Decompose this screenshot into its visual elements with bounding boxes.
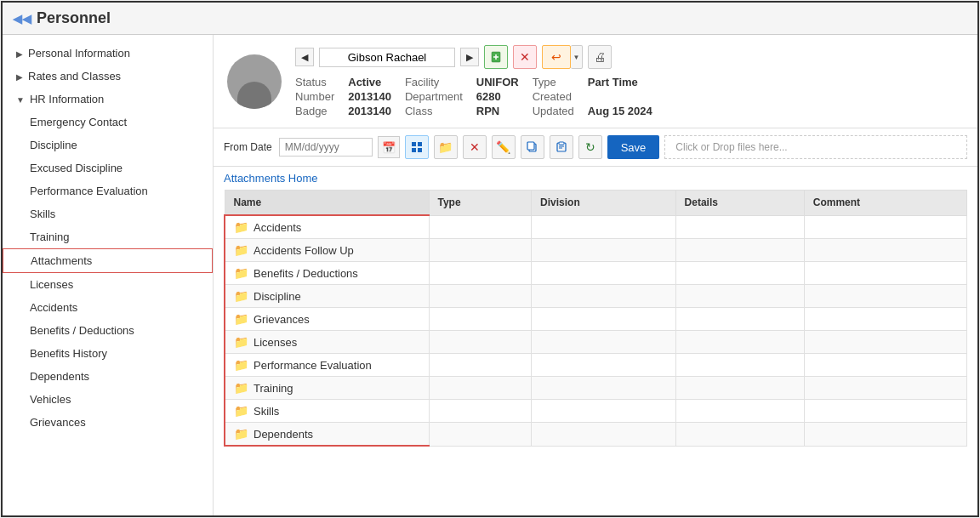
chevron-right-icon bbox=[16, 47, 23, 60]
table-area: Name Type Division Details Comment 📁Acci… bbox=[214, 190, 977, 515]
table-row[interactable]: 📁Accidents bbox=[225, 215, 967, 239]
sidebar-item-emergency-contact[interactable]: Emergency Contact bbox=[3, 111, 213, 134]
folder-button[interactable]: 📁 bbox=[434, 135, 458, 159]
sidebar-item-excused-discipline[interactable]: Excused Discipline bbox=[3, 157, 213, 179]
toolbar: From Date 📅 📁 ✕ ✏️ bbox=[214, 128, 977, 167]
folder-name-cell: 📁Skills bbox=[225, 400, 429, 423]
type-cell bbox=[429, 377, 532, 400]
folder-icon: 📁 bbox=[234, 335, 248, 349]
sidebar-item-grievances[interactable]: Grievances bbox=[3, 411, 213, 434]
type-cell bbox=[429, 285, 532, 308]
folder-icon: 📁 bbox=[234, 243, 248, 257]
table-row[interactable]: 📁Training bbox=[225, 377, 967, 400]
sidebar-item-hr-information[interactable]: HR Information bbox=[3, 88, 213, 111]
save-button[interactable]: Save bbox=[607, 135, 660, 159]
updated-label: Updated bbox=[533, 105, 574, 117]
add-file-icon bbox=[490, 51, 502, 63]
undo-dropdown-arrow[interactable]: ▼ bbox=[571, 45, 583, 69]
division-cell bbox=[532, 331, 676, 354]
table-row[interactable]: 📁Performance Evaluation bbox=[225, 354, 967, 377]
sidebar-item-discipline[interactable]: Discipline bbox=[3, 134, 213, 157]
comment-cell bbox=[804, 262, 966, 285]
sidebar-label-accidents: Accidents bbox=[30, 301, 77, 314]
svg-rect-10 bbox=[559, 142, 564, 145]
sidebar-item-training[interactable]: Training bbox=[3, 225, 213, 248]
table-row[interactable]: 📁Licenses bbox=[225, 331, 967, 354]
svg-rect-6 bbox=[418, 148, 422, 152]
profile-name-row: ◀ Gibson Rachael ▶ ✕ bbox=[295, 45, 652, 69]
number-label: Number bbox=[295, 90, 334, 103]
sidebar-item-performance-evaluation[interactable]: Performance Evaluation bbox=[3, 179, 213, 202]
main-content: Personal Information Rates and Classes H… bbox=[3, 35, 977, 515]
sidebar-label-benefits-deductions: Benefits / Deductions bbox=[30, 324, 134, 337]
folder-name-cell: 📁Performance Evaluation bbox=[225, 354, 429, 377]
folder-name: Performance Evaluation bbox=[254, 359, 372, 372]
folder-name-cell: 📁Grievances bbox=[225, 308, 429, 331]
paste-button[interactable] bbox=[550, 135, 573, 159]
table-row[interactable]: 📁Grievances bbox=[225, 308, 967, 331]
sidebar-item-vehicles[interactable]: Vehicles bbox=[3, 388, 213, 411]
drop-zone[interactable]: Click or Drop files here... bbox=[664, 135, 967, 159]
folder-name-cell: 📁Dependents bbox=[225, 423, 429, 447]
svg-rect-3 bbox=[412, 142, 416, 146]
facility-value: UNIFOR bbox=[476, 76, 519, 88]
paste-icon bbox=[556, 141, 567, 153]
details-cell bbox=[675, 400, 804, 423]
profile-name: Gibson Rachael bbox=[319, 48, 455, 67]
sidebar-label-rates-and-classes: Rates and Classes bbox=[28, 70, 121, 83]
table-row[interactable]: 📁Benefits / Deductions bbox=[225, 262, 967, 285]
close-button[interactable]: ✕ bbox=[513, 45, 537, 69]
sidebar-label-benefits-history: Benefits History bbox=[30, 347, 107, 360]
calendar-button[interactable]: 📅 bbox=[378, 136, 400, 158]
sidebar-item-personal-information[interactable]: Personal Information bbox=[3, 42, 213, 65]
folder-name-cell: 📁Accidents bbox=[225, 215, 429, 239]
department-value: 6280 bbox=[476, 90, 519, 103]
type-cell bbox=[429, 215, 532, 239]
delete-button[interactable]: ✕ bbox=[463, 135, 487, 159]
facility-label: Facility bbox=[405, 76, 463, 88]
app-header: ◀◀ Personnel bbox=[3, 3, 977, 35]
status-value: Active bbox=[348, 76, 391, 88]
sidebar-item-licenses[interactable]: Licenses bbox=[3, 273, 213, 296]
grid-view-button[interactable] bbox=[405, 135, 429, 159]
add-record-button[interactable] bbox=[484, 45, 508, 69]
folder-name: Benefits / Deductions bbox=[254, 267, 358, 280]
sidebar-item-benefits-history[interactable]: Benefits History bbox=[3, 342, 213, 365]
undo-button[interactable]: ↩ bbox=[542, 45, 571, 69]
breadcrumb[interactable]: Attachments Home bbox=[214, 167, 977, 190]
prev-person-button[interactable]: ◀ bbox=[295, 48, 314, 66]
folder-name-cell: 📁Licenses bbox=[225, 331, 429, 354]
back-arrows-icon[interactable]: ◀◀ bbox=[13, 12, 31, 26]
sidebar-item-attachments[interactable]: Attachments bbox=[3, 248, 213, 273]
table-row[interactable]: 📁Dependents bbox=[225, 423, 967, 447]
copy-button[interactable] bbox=[521, 135, 544, 159]
sidebar-label-dependents: Dependents bbox=[30, 370, 89, 383]
comment-cell bbox=[804, 331, 966, 354]
table-row[interactable]: 📁Skills bbox=[225, 400, 967, 423]
table-row[interactable]: 📁Discipline bbox=[225, 285, 967, 308]
profile-details: Status Active Facility UNIFOR Type Part … bbox=[295, 76, 652, 117]
edit-button[interactable]: ✏️ bbox=[492, 135, 516, 159]
sidebar-label-hr-information: HR Information bbox=[30, 93, 104, 105]
folder-icon: 📁 bbox=[234, 358, 248, 372]
comment-cell bbox=[804, 354, 966, 377]
folder-icon: 📁 bbox=[234, 427, 248, 441]
sidebar-item-dependents[interactable]: Dependents bbox=[3, 365, 213, 388]
sidebar-item-skills[interactable]: Skills bbox=[3, 202, 213, 225]
type-cell bbox=[429, 262, 532, 285]
col-header-comment: Comment bbox=[804, 191, 966, 216]
avatar-body bbox=[237, 82, 271, 109]
from-date-input[interactable] bbox=[279, 138, 373, 157]
division-cell bbox=[532, 423, 676, 447]
sidebar-item-benefits-deductions[interactable]: Benefits / Deductions bbox=[3, 319, 213, 342]
sidebar-item-rates-and-classes[interactable]: Rates and Classes bbox=[3, 65, 213, 88]
sidebar-item-accidents[interactable]: Accidents bbox=[3, 296, 213, 319]
print-button[interactable]: 🖨 bbox=[588, 45, 612, 69]
sidebar-label-excused-discipline: Excused Discipline bbox=[30, 162, 122, 174]
type-value: Part Time bbox=[588, 76, 652, 88]
chevron-right-icon bbox=[16, 70, 23, 83]
table-row[interactable]: 📁Accidents Follow Up bbox=[225, 239, 967, 262]
refresh-button[interactable]: ↻ bbox=[578, 135, 602, 159]
from-date-label: From Date bbox=[224, 141, 272, 153]
next-person-button[interactable]: ▶ bbox=[460, 48, 479, 66]
